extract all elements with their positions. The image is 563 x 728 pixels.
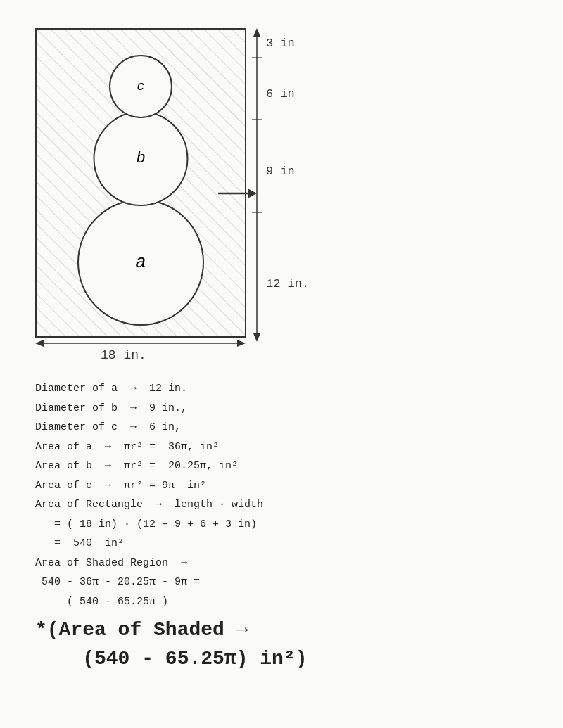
svg-text:6 in: 6 in	[266, 87, 295, 101]
note-line6: Area of c → πr² = 9π in²	[35, 477, 528, 495]
note-line4: Area of a → πr² = 36π, in²	[35, 438, 528, 456]
note-line12: ( 540 - 65.25π )	[35, 593, 528, 611]
right-arrow	[218, 183, 260, 211]
circle-c: c	[109, 55, 172, 118]
circle-a: a	[77, 199, 204, 326]
svg-text:3 in: 3 in	[266, 37, 295, 50]
big-line2: (540 - 65.25π) in²)	[35, 645, 528, 672]
svg-marker-3	[253, 28, 260, 37]
svg-marker-13	[35, 340, 44, 347]
circle-c-label: c	[137, 79, 145, 94]
dimension-bottom-svg: 18 in.	[34, 336, 249, 364]
big-text-area: *(Area of Shaded → (540 - 65.25π) in²)	[35, 616, 528, 672]
big-line1: *(Area of Shaded →	[35, 616, 528, 644]
svg-marker-4	[253, 333, 260, 342]
note-line9: = 540 in²	[35, 535, 528, 553]
rectangle-border: a b c	[35, 28, 246, 338]
circle-a-label: a	[135, 252, 146, 273]
note-line11: 540 - 36π - 20.25π - 9π =	[35, 573, 528, 592]
note-line10: Area of Shaded Region →	[35, 554, 528, 573]
notes-section: Diameter of a → 12 in. Diameter of b → 9…	[14, 380, 549, 672]
page: a b c	[0, 0, 563, 728]
note-line7: Area of Rectangle → length · width	[35, 496, 528, 514]
svg-text:9 in: 9 in	[266, 165, 295, 178]
svg-text:18 in.: 18 in.	[101, 348, 146, 362]
circle-b: b	[94, 111, 189, 206]
note-line8: = ( 18 in) · (12 + 9 + 6 + 3 in)	[35, 516, 528, 534]
sketch-area: a b c	[14, 21, 282, 366]
note-line2: Diameter of b → 9 in.,	[35, 400, 528, 418]
circle-b-label: b	[136, 150, 145, 167]
svg-marker-14	[237, 340, 246, 347]
note-line1: Diameter of a → 12 in.	[35, 380, 528, 398]
note-line5: Area of b → πr² = 20.25π, in²	[35, 457, 528, 475]
svg-text:12 in.: 12 in.	[266, 277, 309, 290]
note-line3: Diameter of c → 6 in,	[35, 419, 528, 437]
diagram-container: a b c	[14, 21, 549, 366]
svg-marker-17	[248, 189, 257, 198]
